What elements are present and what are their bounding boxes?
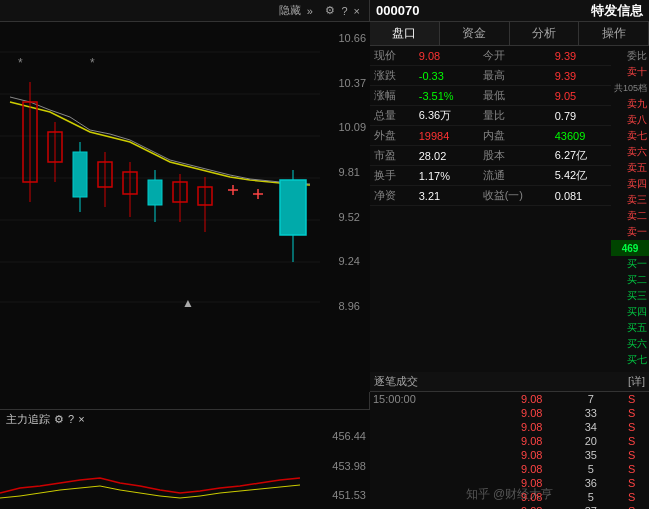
label-waipan: 外盘 (370, 126, 415, 146)
price-level-1: 10.66 (338, 32, 366, 44)
trans-vol-1: 7 (567, 392, 614, 406)
trans-price-2: 9.08 (496, 406, 567, 420)
trans-vol-7: 36 (567, 476, 614, 490)
price-level-2: 10.37 (338, 77, 366, 89)
gear-icon[interactable]: ⚙ (325, 4, 335, 17)
tabs-bar: 盘口 资金 分析 操作 (370, 22, 649, 46)
label-mai7: 卖七 (611, 128, 649, 144)
price-level-6: 9.24 (338, 255, 366, 267)
trans-vol-6: 5 (567, 462, 614, 476)
question-icon[interactable]: ? (341, 5, 347, 17)
info-row-8: 净资 3.21 收益(一) 0.081 (370, 186, 611, 206)
value-shiying: 28.02 (415, 146, 479, 166)
label-mai2-buy: 买二 (611, 272, 649, 288)
info-row-7: 换手 1.17% 流通 5.42亿 (370, 166, 611, 186)
label-jinkui: 今开 (479, 46, 551, 66)
label-mai10: 卖十 (611, 64, 649, 80)
label-xianjia: 现价 (370, 46, 415, 66)
info-row-1: 现价 9.08 今开 9.39 (370, 46, 611, 66)
trans-vol-3: 34 (567, 420, 614, 434)
trans-time-3 (370, 420, 496, 434)
sub-chart-label: 主力追踪 (6, 412, 50, 427)
label-mai3: 卖三 (611, 192, 649, 208)
value-jingzi: 3.21 (415, 186, 479, 206)
label-zhangdie: 涨跌 (370, 66, 415, 86)
chart-area: 10.66 10.37 10.09 9.81 9.52 9.24 8.96 (0, 22, 370, 392)
trans-time-2 (370, 406, 496, 420)
close-icon[interactable]: × (354, 5, 360, 17)
label-weibi: 委比 (611, 48, 649, 64)
svg-rect-18 (148, 180, 162, 205)
value-liangbi: 0.79 (551, 106, 611, 126)
svg-text:*: * (18, 56, 23, 70)
trans-vol-9: 37 (567, 504, 614, 509)
tab-zijin[interactable]: 资金 (440, 22, 510, 45)
label-neipan: 内盘 (479, 126, 551, 146)
hide-arrow-icon: » (307, 5, 313, 17)
label-mai9: 卖九 (611, 96, 649, 112)
right-panel: 000070 特发信息 盘口 资金 分析 操作 现价 9.08 今开 9.39 … (370, 0, 649, 509)
sub-scale-2: 453.98 (332, 460, 366, 472)
label-guben: 股本 (479, 146, 551, 166)
label-liutong: 流通 (479, 166, 551, 186)
label-mai4-buy: 买四 (611, 304, 649, 320)
trans-row-3: 9.08 34 S (370, 420, 649, 434)
sub-chart: 主力追踪 ⚙ ? × 456.44 453.98 451.53 (0, 409, 370, 509)
trans-time-6 (370, 462, 496, 476)
price-scale: 10.66 10.37 10.09 9.81 9.52 9.24 8.96 (338, 22, 366, 322)
label-mai6-buy: 买六 (611, 336, 649, 352)
sub-scale-1: 456.44 (332, 430, 366, 442)
hide-button[interactable]: 隐藏 (279, 3, 301, 18)
info-row-3: 涨幅 -3.51% 最低 9.05 (370, 86, 611, 106)
value-shouyi: 0.081 (551, 186, 611, 206)
trans-type-6: S (614, 462, 649, 476)
trans-vol-5: 35 (567, 448, 614, 462)
trans-row-1: 15:00:00 9.08 7 S (370, 392, 649, 406)
trans-row-4: 9.08 20 S (370, 434, 649, 448)
trans-row-9: 9.08 37 S (370, 504, 649, 509)
sub-chart-header: 主力追踪 ⚙ ? × (0, 410, 370, 428)
trans-type-5: S (614, 448, 649, 462)
trans-price-5: 9.08 (496, 448, 567, 462)
price-level-7: 8.96 (338, 300, 366, 312)
trans-price-3: 9.08 (496, 420, 567, 434)
trans-price-4: 9.08 (496, 434, 567, 448)
label-zhangfu: 涨幅 (370, 86, 415, 106)
value-xianjia: 9.08 (415, 46, 479, 66)
value-zuidi: 9.05 (551, 86, 611, 106)
sub-chart-question-icon[interactable]: ? (68, 413, 74, 425)
info-section: 现价 9.08 今开 9.39 涨跌 -0.33 最高 9.39 涨幅 -3.5… (370, 46, 611, 368)
label-mai7-buy: 买七 (611, 352, 649, 368)
label-jingzi: 净资 (370, 186, 415, 206)
badge-469-container: 469 (611, 240, 649, 256)
value-waipan: 19984 (415, 126, 479, 146)
trans-price-1: 9.08 (496, 392, 567, 406)
tab-pankou[interactable]: 盘口 (370, 22, 440, 45)
info-row-6: 市盈 28.02 股本 6.27亿 (370, 146, 611, 166)
transaction-detail-link[interactable]: [详] (628, 374, 645, 389)
label-total: 共105档 (611, 80, 649, 96)
label-zuidi: 最低 (479, 86, 551, 106)
sub-chart-gear-icon[interactable]: ⚙ (54, 413, 64, 426)
svg-rect-28 (280, 180, 306, 235)
price-level-5: 9.52 (338, 211, 366, 223)
value-zongliang: 6.36万 (415, 106, 479, 126)
label-zuigao: 最高 (479, 66, 551, 86)
order-book: 委比 卖十 共105档 卖九 卖八 卖七 卖六 卖五 卖四 卖三 卖二 卖一 4… (611, 46, 649, 368)
svg-text:*: * (90, 56, 95, 70)
label-mai2: 卖二 (611, 208, 649, 224)
sub-chart-scale: 456.44 453.98 451.53 (332, 428, 366, 503)
trans-time-1: 15:00:00 (370, 392, 496, 406)
trans-vol-8: 5 (567, 490, 614, 504)
svg-rect-12 (73, 152, 87, 197)
label-liangbi: 量比 (479, 106, 551, 126)
trans-type-8: S (614, 490, 649, 504)
tab-fenxi[interactable]: 分析 (510, 22, 580, 45)
left-panel: 隐藏 » ⚙ ? × 10.66 10.37 10.09 9.81 9.52 9… (0, 0, 370, 509)
sub-chart-close-icon[interactable]: × (78, 413, 84, 425)
sub-chart-svg (0, 428, 320, 508)
trans-price-6: 9.08 (496, 462, 567, 476)
trans-type-9: S (614, 504, 649, 509)
tab-caozuo[interactable]: 操作 (579, 22, 649, 45)
trans-vol-2: 33 (567, 406, 614, 420)
